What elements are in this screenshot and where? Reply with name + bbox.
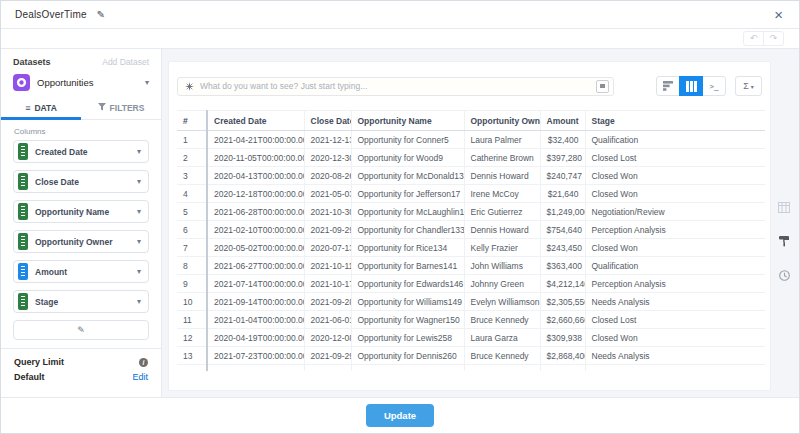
formula-dropdown-button[interactable]: Σ ▾ (735, 76, 762, 96)
table-cell: 2021-10-11 (304, 257, 351, 275)
field-card-amount[interactable]: Amount▾ (13, 260, 149, 283)
table-row[interactable]: 32020-04-13T00:00:00.000Z2020-08-26Oppor… (177, 167, 765, 185)
table-cell: $21,640 (540, 185, 585, 203)
table-row[interactable]: 22020-11-05T00:00:00.000Z2020-12-30Oppor… (177, 149, 765, 167)
query-limit-edit-link[interactable]: Edit (132, 372, 148, 382)
tab-data[interactable]: ≡ DATA (1, 98, 81, 119)
table-cell: $240,747 (540, 167, 585, 185)
table-cell: 2021-07-14T00:00:00.000Z (207, 275, 304, 293)
table-cell: 2020-04-19T00:00:00.000Z (207, 329, 304, 347)
info-icon[interactable]: i (139, 358, 148, 367)
table-cell (351, 365, 464, 371)
dataset-selector[interactable]: Opportunities ▾ (1, 71, 161, 98)
table-cell: Bruce Kennedy (464, 347, 540, 365)
table-cell: 8 (177, 257, 207, 275)
column-header[interactable]: Amount (540, 111, 585, 131)
table-row[interactable]: 12021-04-21T00:00:00.000Z2021-12-13Oppor… (177, 131, 765, 149)
table-cell: Eric Gutierrez (464, 203, 540, 221)
column-header[interactable]: Close Date (304, 111, 351, 131)
field-card-created-date[interactable]: Created Date▾ (13, 140, 149, 163)
table-cell: Opportunity for Lewis258 (351, 329, 464, 347)
table-row[interactable]: 122020-04-19T00:00:00.000Z2020-12-08Oppo… (177, 329, 765, 347)
terminal-icon: >_ (709, 82, 718, 91)
chart-view-button[interactable] (656, 76, 680, 96)
tab-filters-label: FILTERS (110, 103, 145, 113)
table-row[interactable]: 72020-05-02T00:00:00.000Z2020-07-13Oppor… (177, 239, 765, 257)
table-properties-icon[interactable] (778, 199, 790, 217)
column-header[interactable]: Created Date (207, 111, 304, 131)
edit-title-icon[interactable]: ✎ (97, 9, 105, 20)
sidebar-tabs: ≡ DATA FILTERS (1, 98, 161, 120)
chevron-down-icon: ▾ (145, 78, 149, 87)
table-row[interactable]: 62021-02-10T00:00:00.000Z2021-09-29Oppor… (177, 221, 765, 239)
table-cell: 12 (177, 329, 207, 347)
column-header[interactable]: Opportunity Name (351, 111, 464, 131)
sql-view-button[interactable]: >_ (702, 76, 726, 96)
update-button[interactable]: Update (366, 404, 434, 427)
tab-data-label: DATA (34, 103, 56, 113)
column-header[interactable]: # (177, 111, 207, 131)
sigma-icon: Σ (743, 81, 749, 91)
table-cell: 2020-12-30 (304, 149, 351, 167)
table-cell: Closed Lost (585, 311, 765, 329)
table-cell: 7 (177, 239, 207, 257)
expand-query-icon[interactable] (596, 80, 609, 93)
field-card-stage[interactable]: Stage▾ (13, 290, 149, 313)
table-cell: $1,249,000 (540, 203, 585, 221)
field-card-opportunity-name[interactable]: Opportunity Name▾ (13, 200, 149, 223)
table-row[interactable]: 42020-12-18T00:00:00.000Z2021-05-03Oppor… (177, 185, 765, 203)
table-cell: Opportunity for Dennis260 (351, 347, 464, 365)
query-bar[interactable] (177, 77, 614, 96)
table-row[interactable]: 52021-06-28T00:00:00.000Z2021-10-30Oppor… (177, 203, 765, 221)
table-cell: Opportunity for Rice134 (351, 239, 464, 257)
table-cell: John Williams (464, 257, 540, 275)
table-row[interactable]: 102021-09-14T00:00:00.000Z2021-09-28Oppo… (177, 293, 765, 311)
table-row[interactable]: 132021-07-23T00:00:00.000Z2021-09-29Oppo… (177, 347, 765, 365)
date-field-icon (18, 143, 28, 160)
field-card-close-date[interactable]: Close Date▾ (13, 170, 149, 193)
add-dataset-button[interactable]: Add Dataset (102, 57, 149, 67)
redo-button[interactable]: ↷ (763, 31, 784, 46)
field-label: Stage (35, 297, 137, 307)
table-cell: 2021-09-29 (304, 221, 351, 239)
table-cell: Opportunity for McLaughlin130 (351, 203, 464, 221)
formatting-icon[interactable] (778, 233, 790, 251)
table-row[interactable]: 112021-01-04T00:00:00.000Z2021-06-01Oppo… (177, 311, 765, 329)
table-cell: 2020-05-02T00:00:00.000Z (207, 239, 304, 257)
table-cell: Qualification (585, 257, 765, 275)
right-rail (775, 199, 793, 285)
divider (1, 348, 161, 349)
table-cell: 2021-09-28 (304, 293, 351, 311)
table-cell (304, 365, 351, 371)
tab-filters[interactable]: FILTERS (81, 98, 161, 119)
table-row[interactable]: 92021-07-14T00:00:00.000Z2021-10-17Oppor… (177, 275, 765, 293)
datasets-label: Datasets (13, 57, 51, 67)
chevron-down-icon: ▾ (137, 147, 141, 156)
table-cell: $754,640 (540, 221, 585, 239)
page-title: DealsOverTime (15, 9, 87, 20)
table-body: 12021-04-21T00:00:00.000Z2021-12-13Oppor… (177, 131, 765, 371)
table-cell: Qualification (585, 131, 765, 149)
undo-button[interactable]: ↶ (743, 31, 764, 46)
table-cell: Opportunity for Chandler133 (351, 221, 464, 239)
table-cell: 2021-10-17 (304, 275, 351, 293)
table-cell: 2020-12-08 (304, 329, 351, 347)
table-cell: Catherine Brown (464, 149, 540, 167)
sparkle-icon (185, 82, 194, 91)
table-cell: Irene McCoy (464, 185, 540, 203)
table-cell: 9 (177, 275, 207, 293)
table-row[interactable]: 82021-06-27T00:00:00.000Z2021-10-11Oppor… (177, 257, 765, 275)
history-icon[interactable] (779, 267, 790, 285)
title-bar: DealsOverTime ✎ × (1, 1, 799, 29)
column-header[interactable]: Stage (585, 111, 765, 131)
table-cell: $2,305,550 (540, 293, 585, 311)
column-header[interactable]: Opportunity Owner (464, 111, 540, 131)
table-view-button[interactable] (679, 76, 703, 96)
table-cell: 3 (177, 167, 207, 185)
measure-field-icon (18, 263, 28, 280)
table-cell: 2020-07-13 (304, 239, 351, 257)
close-icon[interactable]: × (774, 7, 783, 22)
edit-columns-button[interactable]: ✎ (13, 320, 149, 340)
field-card-opportunity-owner[interactable]: Opportunity Owner▾ (13, 230, 149, 253)
query-input[interactable] (200, 81, 596, 91)
